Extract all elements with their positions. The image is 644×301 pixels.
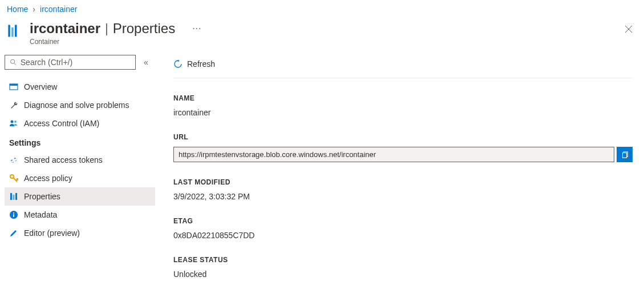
svg-rect-0 [8,25,10,37]
page-header: ircontainer | Properties ··· Container [0,18,644,54]
nav-label: Shared access tokens [24,155,103,164]
prop-modified-label: LAST MODIFIED [173,178,633,186]
collapse-sidebar-button[interactable]: « [141,55,151,69]
refresh-icon [173,59,183,69]
svg-point-10 [14,121,17,123]
toolbar: Refresh [173,54,633,78]
copy-url-button[interactable] [617,147,633,162]
overview-icon [9,82,18,91]
prop-url-label: URL [173,133,633,141]
close-button[interactable] [620,21,637,39]
svg-point-9 [11,121,14,123]
nav-label: Access policy [24,174,72,183]
sidebar: « Overview Diagnose and solve problems A… [0,54,160,301]
svg-rect-12 [10,193,12,200]
nav-metadata[interactable]: Metadata [5,206,155,224]
svg-rect-16 [13,214,14,217]
nav-label: Metadata [24,210,57,219]
search-input[interactable] [21,58,131,67]
page-subcaption: Container [30,38,201,46]
svg-rect-17 [13,212,14,214]
container-icon [7,23,23,39]
nav-editor[interactable]: Editor (preview) [5,224,155,242]
pencil-icon [9,228,18,238]
refresh-label: Refresh [187,59,215,69]
nav-label: Access Control (IAM) [24,119,99,128]
nav-section-settings: Settings [5,133,155,151]
copy-icon [621,151,629,159]
prop-url-value[interactable]: https://irpmtestenvstorage.blob.core.win… [173,147,614,162]
prop-modified-value: 3/9/2022, 3:03:32 PM [173,192,633,201]
people-icon [9,119,18,128]
prop-name-label: NAME [173,94,633,102]
search-box[interactable] [5,55,136,70]
nav-diagnose[interactable]: Diagnose and solve problems [5,96,155,114]
search-icon [10,58,17,66]
nav-label: Editor (preview) [24,228,80,238]
key-icon [9,174,18,183]
breadcrumb-current[interactable]: ircontainer [40,5,77,14]
page-title: ircontainer [30,21,100,37]
wrench-icon [9,101,18,110]
title-separator: | [105,21,108,36]
svg-point-5 [11,59,15,63]
svg-rect-18 [623,152,627,158]
main-content: Refresh NAME ircontainer URL https://irp… [160,54,644,301]
page-section: Properties [113,21,175,37]
prop-etag-value: 0x8DA02210855C7DD [173,231,633,240]
nav-label: Diagnose and solve problems [24,101,129,110]
nav-label: Properties [24,192,60,201]
svg-rect-1 [11,27,14,37]
svg-rect-8 [10,84,18,86]
breadcrumb-home[interactable]: Home [7,5,28,14]
nav-properties[interactable]: Properties [5,187,155,206]
breadcrumb: Home › ircontainer [0,0,644,18]
prop-name-value: ircontainer [173,108,633,117]
prop-lease-value: Unlocked [173,270,633,279]
prop-etag-label: ETAG [173,217,633,225]
svg-rect-2 [15,25,17,37]
link-icon [9,155,18,164]
info-icon [9,210,18,219]
svg-rect-14 [15,193,17,200]
nav-access-policy[interactable]: Access policy [5,169,155,187]
svg-rect-13 [13,195,15,200]
properties-icon [9,192,18,201]
nav-label: Overview [24,82,57,91]
more-menu-icon[interactable]: ··· [192,23,201,34]
refresh-button[interactable]: Refresh [173,57,215,71]
chevron-right-icon: › [33,5,35,14]
prop-lease-label: LEASE STATUS [173,256,633,264]
nav-overview[interactable]: Overview [5,78,155,96]
nav-shared-tokens[interactable]: Shared access tokens [5,151,155,169]
svg-line-6 [14,63,16,65]
nav-iam[interactable]: Access Control (IAM) [5,114,155,133]
